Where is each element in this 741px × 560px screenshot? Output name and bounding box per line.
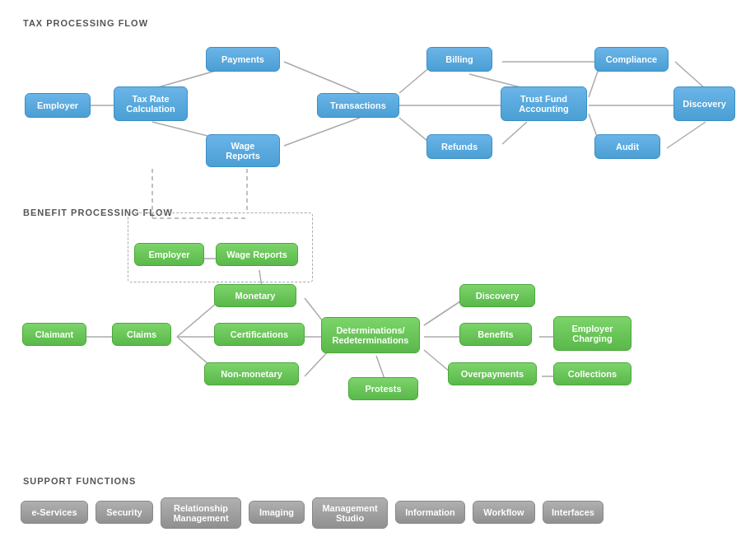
node-security: Security: [96, 501, 153, 524]
node-overpayments: Overpayments: [448, 362, 537, 385]
node-relmanagement: RelationshipManagement: [161, 497, 241, 529]
node-workflow: Workflow: [473, 501, 535, 524]
node-certifications: Certifications: [214, 323, 305, 346]
node-mgmtstudio: ManagementStudio: [312, 497, 388, 529]
node-audit: Audit: [594, 134, 660, 159]
node-trustfund: Trust FundAccounting: [501, 86, 587, 121]
node-eservices: e-Services: [21, 501, 88, 524]
node-compliance: Compliance: [594, 47, 669, 72]
node-interfaces: Interfaces: [543, 501, 604, 524]
node-information: Information: [395, 501, 465, 524]
node-imaging: Imaging: [249, 501, 305, 524]
support-section-title: SUPPORT FUNCTIONS: [23, 476, 136, 486]
node-taxrate: Tax RateCalculation: [114, 86, 188, 121]
node-nonmonetary: Non-monetary: [204, 362, 299, 385]
node-protests: Protests: [348, 377, 418, 400]
node-benefits: Benefits: [459, 323, 532, 346]
node-determinations: Determinations/Redeterminations: [321, 317, 420, 353]
node-wagereports-tax: WageReports: [206, 134, 280, 167]
node-monetary: Monetary: [214, 284, 296, 307]
svg-line-15: [502, 122, 527, 144]
node-wagereports-benefit: Wage Reports: [216, 243, 298, 266]
svg-line-14: [667, 122, 706, 148]
node-employercharging: EmployerCharging: [553, 316, 631, 351]
node-employer-tax: Employer: [25, 93, 91, 118]
node-claims: Claims: [112, 323, 171, 346]
svg-line-30: [376, 356, 384, 379]
svg-line-26: [305, 350, 329, 376]
node-discovery-tax: Discovery: [673, 86, 735, 121]
tax-section-title: TAX PROCESSING FLOW: [23, 18, 148, 28]
node-discovery-benefit: Discovery: [459, 284, 535, 307]
svg-line-3: [284, 62, 360, 93]
diagram-container: TAX PROCESSING FLOW Employer Tax RateCal…: [0, 0, 741, 560]
node-transactions: Transactions: [317, 93, 399, 118]
node-claimant: Claimant: [22, 323, 86, 346]
svg-line-4: [284, 118, 360, 146]
node-collections: Collections: [553, 362, 631, 385]
node-employer-benefit: Employer: [134, 243, 204, 266]
node-payments: Payments: [206, 47, 280, 72]
node-refunds: Refunds: [426, 134, 492, 159]
svg-line-13: [675, 62, 706, 89]
node-billing: Billing: [426, 47, 492, 72]
